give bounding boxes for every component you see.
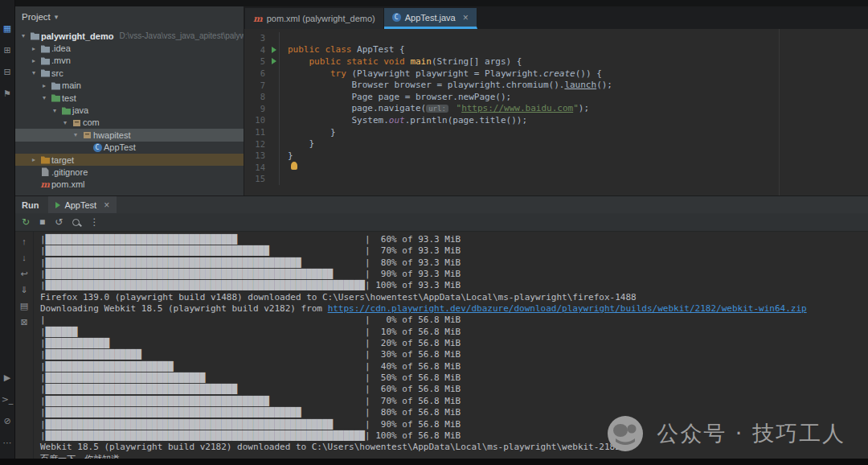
- tree-item-apptest[interactable]: CAppTest: [15, 142, 244, 154]
- chevron-down-icon[interactable]: ▾: [39, 94, 49, 101]
- chevron-right-icon[interactable]: ▸: [39, 82, 49, 89]
- tree-item-main[interactable]: ▸main: [15, 80, 244, 92]
- print-icon[interactable]: ▤: [20, 302, 28, 311]
- code-text: System.out.println(page.title());: [288, 115, 527, 126]
- margin-guide: [779, 29, 780, 195]
- token: }: [288, 150, 293, 161]
- structure-icon[interactable]: ⊟: [3, 68, 10, 76]
- chevron-down-icon[interactable]: ▾: [50, 107, 59, 114]
- more-options-icon[interactable]: ⋮: [89, 217, 99, 227]
- folder-icon: [39, 56, 51, 65]
- problems-icon[interactable]: ⊘: [3, 417, 10, 426]
- chevron-right-icon[interactable]: ▸: [29, 57, 39, 64]
- project-icon[interactable]: ▦: [3, 24, 11, 33]
- project-panel: Project ▾ ▾palywright_demoD:\vss-Java\vs…: [15, 0, 244, 195]
- rerun-failed-icon[interactable]: ↺: [55, 217, 63, 227]
- line-number: 6: [244, 68, 268, 78]
- bookmarks-icon[interactable]: ⚑: [3, 89, 11, 98]
- code-editor[interactable]: 34public class AppTest {5 public static …: [244, 29, 868, 195]
- gutter-slot: [268, 138, 280, 150]
- run-tab-apptest[interactable]: AppTest ×: [48, 196, 117, 213]
- run-icon[interactable]: ▶: [4, 373, 10, 382]
- scroll-end-icon[interactable]: ⇓: [20, 286, 27, 294]
- excluded-folder-icon: [39, 155, 51, 164]
- down-stack-icon[interactable]: ↓: [22, 253, 27, 262]
- console-output[interactable]: |████████████████████████████████████ | …: [34, 232, 868, 459]
- soft-wrap-icon[interactable]: ↩: [20, 270, 27, 278]
- search-icon[interactable]: [72, 219, 80, 226]
- activity-bar: ▦⊞⊟⚑ ▶>_⊘⋯: [0, 0, 15, 459]
- console-line: |███████████████████████████████████████…: [40, 257, 868, 269]
- tree-item-label: com: [83, 117, 100, 127]
- token: [288, 56, 309, 67]
- tab-apptest-java[interactable]: C AppTest.java ×: [384, 8, 477, 29]
- tab-pom-xml[interactable]: m pom.xml (palywright_demo): [245, 8, 384, 29]
- console-line: |███████████████████████████████████████…: [40, 396, 868, 407]
- console-line: Downloading Webkit 18.5 (playwright buil…: [40, 303, 868, 315]
- close-icon[interactable]: ×: [463, 12, 469, 23]
- code-line-7: 7 Browser browser = playwright.chromium(…: [244, 79, 868, 91]
- token: (String[] args) {: [432, 56, 522, 67]
- console-link[interactable]: https://cdn.playwright.dev/dbazure/downl…: [328, 303, 807, 314]
- commit-icon[interactable]: ⊞: [3, 46, 10, 55]
- token: page.navigate(: [288, 103, 426, 113]
- chevron-down-icon[interactable]: ▾: [60, 119, 70, 126]
- tree-item-label: java: [72, 105, 88, 115]
- main-area: Project ▾ ▾palywright_demoD:\vss-Java\vs…: [15, 0, 868, 195]
- console-line: |████████████████████████ | 40% of 56.8 …: [40, 361, 868, 372]
- tree-item-label: hwapitest: [93, 130, 130, 140]
- more-tools-icon[interactable]: ⋯: [3, 438, 12, 447]
- tree-item-target[interactable]: ▸target: [15, 154, 244, 166]
- run-icon[interactable]: [272, 58, 276, 64]
- gutter-slot: [268, 162, 280, 174]
- chevron-right-icon[interactable]: ▸: [29, 45, 39, 52]
- tree-item-hwapitest[interactable]: ▾hwapitest: [15, 129, 244, 141]
- token: }: [288, 127, 336, 138]
- line-number: 12: [244, 139, 268, 149]
- stop-icon[interactable]: ■: [39, 217, 45, 227]
- project-tree: ▾palywright_demoD:\vss-Java\vss_java_api…: [15, 30, 244, 191]
- tree-item--gitignore[interactable]: .gitignore: [15, 166, 244, 178]
- terminal-icon[interactable]: >_: [2, 395, 14, 404]
- tree-item-test[interactable]: ▾test: [15, 92, 244, 104]
- code-text: [288, 162, 297, 172]
- token: Page page = browser.newPage();: [288, 92, 511, 102]
- project-panel-header[interactable]: Project ▾: [15, 8, 244, 26]
- line-number: 9: [244, 104, 268, 113]
- tree-item--idea[interactable]: ▸.idea: [15, 42, 244, 54]
- editor-area: m pom.xml (palywright_demo) C AppTest.ja…: [244, 0, 868, 195]
- code-text: Browser browser = playwright.chromium().…: [288, 80, 612, 90]
- tree-item-pom-xml[interactable]: mpom.xml: [15, 179, 244, 191]
- window-top-edge: [0, 0, 868, 6]
- code-line-10: 10 System.out.println(page.title());: [244, 114, 868, 126]
- close-icon[interactable]: ×: [104, 200, 109, 211]
- gutter-slot: [268, 79, 280, 91]
- tree-item-com[interactable]: ▾com: [15, 117, 244, 129]
- chevron-down-icon[interactable]: ▾: [18, 32, 28, 39]
- run-icon[interactable]: [272, 47, 276, 53]
- tree-item-src[interactable]: ▾src: [15, 67, 244, 79]
- folder-icon: [39, 68, 51, 77]
- up-stack-icon[interactable]: ↑: [22, 237, 27, 246]
- tab-label: AppTest.java: [405, 13, 456, 23]
- token: out: [389, 115, 405, 126]
- code-line-5: 5 public static void main(String[] args)…: [244, 56, 868, 68]
- tree-item--mvn[interactable]: ▸.mvn: [15, 55, 244, 67]
- rerun-icon[interactable]: ↻: [22, 217, 30, 227]
- console-line: |███████████████████████████████████████…: [40, 245, 868, 257]
- clear-icon[interactable]: ⊠: [20, 318, 27, 327]
- chevron-down-icon[interactable]: ▾: [71, 131, 80, 138]
- chevron-down-icon[interactable]: ▾: [29, 69, 39, 76]
- gutter-slot: [268, 173, 280, 185]
- tree-item-palywright-demo[interactable]: ▾palywright_demoD:\vss-Java\vss_java_api…: [15, 30, 244, 42]
- intention-bulb-icon[interactable]: [291, 162, 297, 170]
- console-toolbar: ↑↓↩⇓▤⊠: [15, 232, 34, 459]
- chevron-right-icon[interactable]: ▸: [29, 156, 39, 163]
- line-number: 10: [244, 115, 268, 125]
- tree-item-java[interactable]: ▾java: [15, 104, 244, 116]
- token: main: [410, 56, 432, 67]
- gutter-slot: [268, 126, 280, 138]
- tree-item-label: .idea: [51, 43, 71, 53]
- console-line: |████████████████████████████████████ | …: [40, 234, 868, 245]
- code-line-4: 4public class AppTest {: [244, 44, 868, 56]
